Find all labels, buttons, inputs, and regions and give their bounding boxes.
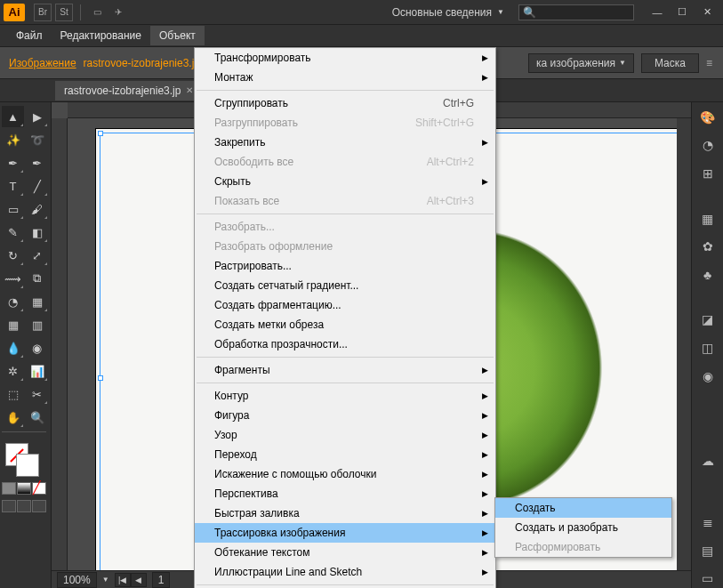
lasso-tool[interactable]: ➰ xyxy=(26,129,48,150)
nav-prev[interactable]: ◀ xyxy=(131,573,147,587)
menu-item[interactable]: СгруппироватьCtrl+G xyxy=(195,93,495,113)
color-mode-gradient[interactable] xyxy=(17,482,31,495)
menu-item[interactable]: Фрагменты▶ xyxy=(195,360,495,380)
rectangle-tool[interactable]: ▭ xyxy=(2,198,24,220)
menu-item[interactable]: Перспектива▶ xyxy=(195,484,495,503)
zoom-field[interactable]: 100% xyxy=(57,572,97,588)
draw-normal[interactable] xyxy=(2,500,16,512)
asset-icon[interactable]: ▤ xyxy=(697,541,719,560)
perspective-tool[interactable]: ▦ xyxy=(26,291,48,312)
maximize-button[interactable]: ☐ xyxy=(670,4,695,21)
menu-item[interactable]: Монтаж▶ xyxy=(195,68,495,87)
menu-item[interactable]: Обтекание текстом▶ xyxy=(195,543,495,562)
menu-item[interactable]: Фигура▶ xyxy=(195,406,495,425)
stroke-icon[interactable]: ♣ xyxy=(697,265,719,285)
artboards-icon[interactable]: ▭ xyxy=(697,568,719,588)
artboard-field[interactable]: 1 xyxy=(152,572,171,588)
object-type-link[interactable]: Изображение xyxy=(9,57,76,69)
menu-item[interactable]: Создать метки обреза xyxy=(195,315,495,334)
close-button[interactable]: ✕ xyxy=(695,4,719,21)
color-guide-icon[interactable]: ◔ xyxy=(697,136,719,156)
menu-item[interactable]: Трассировка изображения▶ xyxy=(195,523,495,543)
menu-item[interactable]: Контур▶ xyxy=(195,386,495,406)
artboard-tool[interactable]: ⬚ xyxy=(2,383,24,405)
gradient-icon[interactable]: ◪ xyxy=(697,310,719,330)
vertical-scrollbar[interactable] xyxy=(677,118,691,570)
submenu-item[interactable]: Создать xyxy=(495,498,671,518)
mask-button[interactable]: Маска xyxy=(641,53,699,73)
type-tool[interactable]: T xyxy=(2,175,24,197)
hand-tool[interactable]: ✋ xyxy=(2,407,24,428)
chevron-down-icon[interactable]: ▼ xyxy=(102,576,109,584)
menu-item[interactable]: Растрировать... xyxy=(195,256,495,276)
graph-tool[interactable]: 📊 xyxy=(26,360,48,382)
menu-item[interactable]: Создать фрагментацию... xyxy=(195,295,495,315)
gpu-icon[interactable]: ✈ xyxy=(109,4,127,21)
symbol-sprayer-tool[interactable]: ✲ xyxy=(2,360,24,382)
eyedropper-tool[interactable]: 💧 xyxy=(2,337,24,358)
mesh-tool[interactable]: ▦ xyxy=(2,314,24,335)
arrange-icon[interactable]: ▭ xyxy=(88,4,106,21)
slice-tool[interactable]: ✂ xyxy=(26,383,48,405)
menu-item[interactable]: Трансформировать▶ xyxy=(195,48,495,68)
blend-tool[interactable]: ◉ xyxy=(26,337,48,358)
menu-item[interactable]: Закрепить▶ xyxy=(195,133,495,152)
fill-stroke-control[interactable] xyxy=(2,441,46,477)
menu-item[interactable]: Обработка прозрачности... xyxy=(195,334,495,354)
curvature-tool[interactable]: ✒ xyxy=(26,152,48,173)
color-mode-row: ╱ xyxy=(2,482,46,495)
menu-edit[interactable]: Редактирование xyxy=(52,26,150,45)
search-input[interactable]: 🔍 xyxy=(518,4,634,20)
layers-icon[interactable]: ≣ xyxy=(697,512,719,532)
shape-builder-tool[interactable]: ◔ xyxy=(2,291,24,312)
nav-first[interactable]: |◀ xyxy=(115,573,131,587)
stock-icon[interactable]: St xyxy=(55,4,73,21)
menu-item[interactable]: Узор▶ xyxy=(195,425,495,445)
menu-file[interactable]: Файл xyxy=(7,26,52,45)
color-mode-none[interactable]: ╱ xyxy=(32,482,46,495)
menu-item[interactable]: Иллюстрации Line and Sketch▶ xyxy=(195,562,495,582)
menu-object[interactable]: Объект xyxy=(150,26,205,45)
workspace-switcher[interactable]: Основные сведения ▼ xyxy=(385,6,511,19)
line-tool[interactable]: ╱ xyxy=(26,175,48,197)
stroke-swatch[interactable] xyxy=(16,454,39,477)
gradient-tool[interactable]: ▥ xyxy=(26,314,48,335)
close-tab-icon[interactable]: ✕ xyxy=(186,85,193,95)
submenu-item[interactable]: Создать и разобрать xyxy=(495,518,671,537)
right-dock: 🎨 ◔ ⊞ ▦ ✿ ♣ ◪ ◫ ◉ ☁ ≣ ▤ ▭ xyxy=(691,102,723,588)
menu-item[interactable]: Создать сетчатый градиент... xyxy=(195,276,495,295)
document-tab[interactable]: rastrovoe-izobrajenie3.jp ✕ xyxy=(55,81,202,101)
zoom-tool[interactable]: 🔍 xyxy=(26,407,48,428)
draw-inside[interactable] xyxy=(32,500,46,512)
panel-menu-icon[interactable]: ≡ xyxy=(706,57,714,69)
symbols-icon[interactable]: ✿ xyxy=(697,237,719,256)
eraser-tool[interactable]: ◧ xyxy=(26,222,48,243)
image-trace-chip[interactable]: ка изображения▼ xyxy=(528,53,634,73)
ruler-vertical[interactable] xyxy=(52,118,68,588)
menu-item[interactable]: Скрыть▶ xyxy=(195,172,495,191)
shaper-tool[interactable]: ✎ xyxy=(2,222,24,243)
rotate-tool[interactable]: ↻ xyxy=(2,245,24,266)
selection-tool[interactable]: ▲ xyxy=(2,106,24,127)
brushes-icon[interactable]: ▦ xyxy=(697,209,719,229)
libraries-icon[interactable]: ☁ xyxy=(697,452,719,471)
minimize-button[interactable]: — xyxy=(645,4,670,21)
color-mode-normal[interactable] xyxy=(2,482,16,495)
pen-tool[interactable]: ✒ xyxy=(2,152,24,173)
swatches-icon[interactable]: ⊞ xyxy=(697,164,719,183)
direct-selection-tool[interactable]: ▶ xyxy=(26,106,48,127)
magic-wand-tool[interactable]: ✨ xyxy=(2,129,24,150)
menu-item[interactable]: Искажение с помощью оболочки▶ xyxy=(195,464,495,484)
appearance-icon[interactable]: ◉ xyxy=(697,366,719,386)
draw-behind[interactable] xyxy=(17,500,31,512)
scale-tool[interactable]: ⤢ xyxy=(26,245,48,266)
free-transform-tool[interactable]: ⧉ xyxy=(26,268,48,289)
paintbrush-tool[interactable]: 🖌 xyxy=(26,198,48,220)
color-panel-icon[interactable]: 🎨 xyxy=(697,108,719,127)
menu-item[interactable]: Быстрая заливка▶ xyxy=(195,503,495,523)
bridge-icon[interactable]: Br xyxy=(34,4,52,21)
menu-item: РазгруппироватьShift+Ctrl+G xyxy=(195,113,495,133)
menu-item[interactable]: Переход▶ xyxy=(195,445,495,464)
width-tool[interactable]: ⟿ xyxy=(2,268,24,289)
transparency-icon[interactable]: ◫ xyxy=(697,338,719,358)
